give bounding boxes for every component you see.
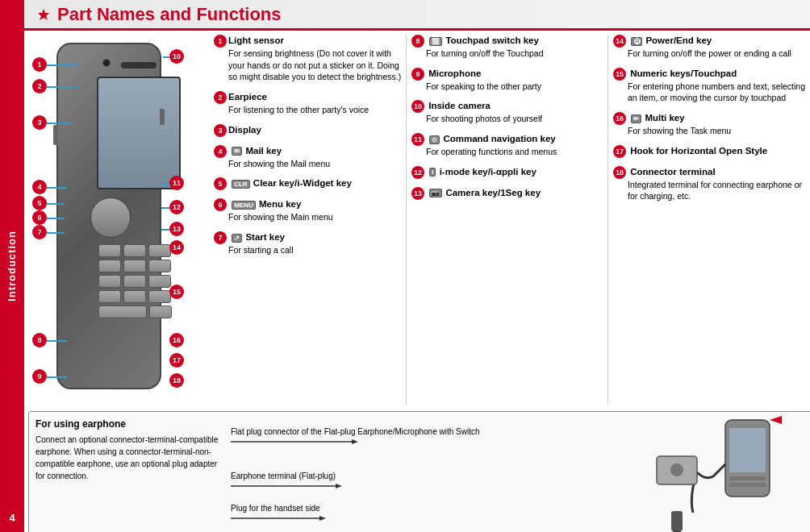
num-13: 13: [169, 222, 184, 236]
feature-1-desc: For sensing brightness (Do not cover it …: [214, 48, 403, 83]
feature-3-title: 3Display: [214, 124, 403, 137]
earphone-title: For using earphone: [35, 418, 221, 430]
label-handset-plug: Plug for the handset side: [231, 503, 360, 530]
svg-marker-1: [352, 439, 358, 444]
feature-15: 15 Numeric keys/Touchpad For entering ph…: [613, 68, 807, 104]
earphone-diagram-area: Flat plug connector of the Flat-plug Ear…: [231, 418, 578, 531]
feature-12-title: 12 i i-mode key/i-αppli key: [411, 166, 605, 179]
feature-4-title: 4 ✉ Mail key: [214, 145, 403, 158]
feature-9: 9 Microphone For speaking to the other p…: [411, 68, 605, 93]
line-10: [163, 56, 169, 58]
feature-1-title: 1Light sensor: [214, 35, 403, 48]
line-9: [47, 376, 67, 378]
feature-17: 17 Hook for Horizontal Open Style: [613, 145, 807, 158]
feature-11-title: 11 ⊙ Command navigation key: [411, 133, 605, 146]
sidebar-label: Introduction: [6, 231, 19, 301]
svg-marker-3: [336, 484, 342, 488]
feature-8-title: 8 ⬜ Touchpad switch key: [411, 35, 605, 48]
feature-13-title: 13 📷 Camera key/1Seg key: [411, 187, 605, 200]
feature-8-desc: For turning on/off the Touchpad: [411, 48, 605, 60]
feature-6: 6 MENU Menu key For showing the Main men…: [214, 198, 403, 223]
label-flat-plug: Flat plug connector of the Flat-plug Ear…: [231, 426, 480, 454]
num-12: 12: [169, 200, 184, 214]
line-5: [47, 203, 65, 205]
divider-1: [406, 35, 407, 405]
svg-rect-7: [729, 428, 766, 472]
page-number: 4: [9, 512, 15, 524]
phone-body: [56, 43, 161, 389]
feature-18: 18 Connector terminal Integrated termina…: [613, 166, 807, 202]
feature-16-desc: For showing the Task menu: [613, 125, 807, 137]
line-11: [161, 183, 169, 185]
num-4: 4: [32, 180, 47, 194]
feature-15-title: 15 Numeric keys/Touchpad: [613, 68, 807, 81]
phone-illustration: 1 2 3 4 5 6 7 8 9 10 11 12: [28, 35, 206, 405]
earphone-labels: Flat plug connector of the Flat-plug Ear…: [231, 418, 578, 531]
feature-14: 14 ⏻ Power/End key For turning on/off th…: [613, 35, 807, 60]
num-16: 16: [169, 333, 184, 347]
feature-14-title: 14 ⏻ Power/End key: [613, 35, 807, 48]
feature-7: 7 ↗ Start key For starting a call: [214, 231, 403, 256]
num-3: 3: [32, 115, 47, 130]
line-12: [161, 207, 169, 209]
feature-6-desc: For showing the Main menu: [214, 211, 403, 223]
svg-rect-13: [729, 476, 766, 480]
num-1: 1: [32, 57, 47, 72]
feature-2-title: 2Earpiece: [214, 91, 403, 104]
line-13: [161, 229, 169, 231]
feature-16: 16 ✏ Multi key For showing the Task menu: [613, 112, 807, 137]
phone-camera: [102, 59, 111, 67]
feature-2: 2Earpiece For listening to the other par…: [214, 91, 403, 116]
num-15: 15: [169, 285, 184, 299]
num-10: 10: [169, 49, 184, 64]
line-1: [47, 64, 79, 66]
num-14: 14: [169, 240, 184, 255]
feature-7-title: 7 ↗ Start key: [214, 231, 403, 244]
label-earphone-terminal: Earphone terminal (Flat-plug): [231, 471, 392, 498]
phone-speaker: [121, 62, 157, 69]
feature-12: 12 i i-mode key/i-αppli key: [411, 166, 605, 179]
feature-10-title: 10 Inside camera: [411, 100, 605, 113]
feature-16-title: 16 ✏ Multi key: [613, 112, 807, 125]
svg-marker-12: [770, 416, 782, 424]
feature-11: 11 ⊙ Command navigation key For operatin…: [411, 133, 605, 158]
feature-4: 4 ✉ Mail key For showing the Mail menu: [214, 145, 403, 170]
left-sidebar: Introduction 4: [0, 0, 24, 532]
bottom-earphone-section: For using earphone Connect an optional c…: [28, 411, 810, 532]
feature-10-desc: For shooting photos of yourself: [411, 113, 605, 125]
feature-3: 3Display: [214, 124, 403, 137]
feature-8: 8 ⬜ Touchpad switch key For turning on/o…: [411, 35, 605, 60]
feature-col-3: 14 ⏻ Power/End key For turning on/off th…: [613, 35, 807, 210]
line-2: [47, 86, 79, 88]
num-7: 7: [32, 225, 47, 239]
feature-15-desc: For entering phone numbers and text, sel…: [613, 81, 807, 104]
feature-11-desc: For operating functions and menus: [411, 146, 605, 158]
line-3: [47, 123, 71, 124]
feature-14-desc: For turning on/off the power or ending a…: [613, 48, 807, 60]
page-title: Part Names and Functions: [57, 4, 282, 25]
feature-7-desc: For starting a call: [214, 244, 403, 256]
earphone-text: For using earphone Connect an optional c…: [35, 418, 221, 482]
feature-5-title: 5 CLR Clear key/i-Widget key: [214, 177, 403, 190]
earphone-desc: Connect an optional connector-terminal-c…: [35, 434, 221, 482]
num-6: 6: [32, 210, 47, 225]
feature-17-title: 17 Hook for Horizontal Open Style: [613, 145, 807, 158]
feature-18-title: 18 Connector terminal: [613, 166, 807, 179]
header-icon: [36, 7, 51, 22]
line-6: [47, 218, 65, 219]
num-5: 5: [32, 196, 47, 210]
divider-2: [608, 35, 608, 405]
feature-1: 1Light sensor For sensing brightness (Do…: [214, 35, 403, 83]
num-11: 11: [169, 176, 184, 190]
svg-point-9: [670, 463, 683, 476]
num-17: 17: [169, 353, 184, 368]
feature-2-desc: For listening to the other party's voice: [214, 104, 403, 116]
line-8: [47, 340, 67, 342]
feature-4-desc: For showing the Mail menu: [214, 158, 403, 170]
feature-5: 5 CLR Clear key/i-Widget key: [214, 177, 403, 190]
page-header: Part Names and Functions: [24, 0, 810, 31]
feature-9-title: 9 Microphone: [411, 68, 605, 81]
feature-9-desc: For speaking to the other party: [411, 81, 605, 93]
line-7: [47, 232, 65, 234]
feature-10: 10 Inside camera For shooting photos of …: [411, 100, 605, 125]
